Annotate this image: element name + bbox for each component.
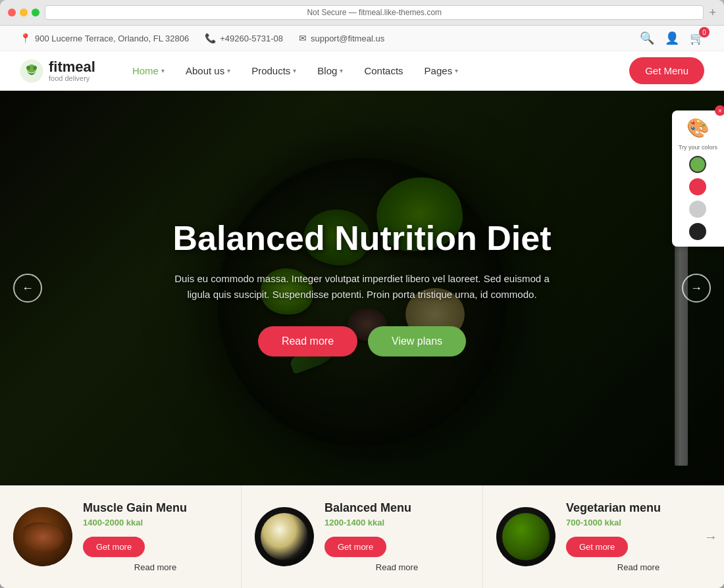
balanced-menu-image bbox=[255, 507, 314, 566]
top-bar-right: 🔍 👤 🛒 0 bbox=[640, 31, 704, 45]
balanced-menu-title: Balanced Menu bbox=[324, 501, 469, 515]
view-plans-button[interactable]: View plans bbox=[368, 326, 466, 356]
nav-links: Home ▾ About us ▾ Products ▾ Blog ▾ Cont… bbox=[122, 51, 629, 91]
nav-item-blog[interactable]: Blog ▾ bbox=[307, 51, 353, 91]
muscle-menu-image bbox=[13, 507, 72, 566]
new-tab-button[interactable]: + bbox=[709, 6, 716, 20]
nav-pages-label: Pages bbox=[425, 65, 453, 76]
nav-products-label: Products bbox=[251, 65, 290, 76]
muscle-menu-title: Muscle Gain Menu bbox=[83, 501, 228, 515]
svg-point-2 bbox=[26, 66, 30, 70]
traffic-lights bbox=[8, 9, 39, 16]
vegetarian-menu-image bbox=[496, 507, 556, 566]
nav-item-products[interactable]: Products ▾ bbox=[241, 51, 307, 91]
balanced-menu-calories: 1200-1400 kkal bbox=[324, 518, 469, 527]
hero-next-button[interactable]: → bbox=[682, 274, 711, 303]
search-icon[interactable]: 🔍 bbox=[640, 31, 654, 45]
balanced-read-more-link[interactable]: Read more bbox=[324, 562, 469, 572]
close-button[interactable] bbox=[8, 9, 16, 16]
nav-bar: fitmeal food delivery Home ▾ About us ▾ … bbox=[0, 51, 724, 91]
muscle-get-more-button[interactable]: Get more bbox=[83, 537, 145, 557]
nav-products-chevron: ▾ bbox=[293, 67, 296, 74]
email-icon: ✉ bbox=[299, 33, 307, 43]
nav-contacts-label: Contacts bbox=[364, 65, 403, 76]
address-text: 900 Lucerne Terrace, Orlando, FL 32806 bbox=[35, 34, 189, 43]
address-bar[interactable]: Not Secure — fitmeal.like-themes.com bbox=[45, 5, 704, 20]
muscle-menu-calories: 1400-2000 kkal bbox=[83, 518, 228, 527]
address-item: 📍 900 Lucerne Terrace, Orlando, FL 32806 bbox=[20, 33, 189, 43]
nav-item-home[interactable]: Home ▾ bbox=[122, 51, 175, 91]
menu-card-muscle: Muscle Gain Menu 1400-2000 kkal Get more… bbox=[0, 485, 242, 588]
phone-text: +49260-5731-08 bbox=[220, 34, 283, 43]
color-swatch-gray[interactable] bbox=[689, 201, 706, 218]
cart-icon[interactable]: 🛒 0 bbox=[690, 31, 704, 45]
read-more-button[interactable]: Read more bbox=[258, 326, 357, 356]
balanced-menu-info: Balanced Menu 1200-1400 kkal Get more Re… bbox=[324, 501, 469, 572]
vegetarian-menu-info: Vegetarian menu 700-1000 kkal Get more R… bbox=[566, 501, 711, 572]
nav-item-contacts[interactable]: Contacts bbox=[353, 51, 413, 91]
logo-name: fitmeal bbox=[49, 60, 95, 74]
vegetarian-menu-calories: 700-1000 kkal bbox=[566, 518, 711, 527]
email-text: support@fitmeal.us bbox=[311, 34, 384, 43]
color-wheel-icon: 🎨 bbox=[686, 117, 710, 139]
phone-item[interactable]: 📞 +49260-5731-08 bbox=[205, 33, 283, 43]
logo-icon bbox=[20, 59, 43, 83]
muscle-read-more-link[interactable]: Read more bbox=[83, 562, 228, 572]
nav-home-label: Home bbox=[132, 65, 159, 76]
hero-content: Balanced Nutrition Diet Duis eu commodo … bbox=[0, 91, 724, 485]
nav-item-pages[interactable]: Pages ▾ bbox=[414, 51, 469, 91]
location-icon: 📍 bbox=[20, 33, 31, 43]
minimize-button[interactable] bbox=[20, 9, 28, 16]
muscle-menu-info: Muscle Gain Menu 1400-2000 kkal Get more… bbox=[83, 501, 228, 572]
nav-about-label: About us bbox=[186, 65, 224, 76]
user-icon[interactable]: 👤 bbox=[665, 31, 679, 45]
color-picker-panel: × 🎨 Try your colors bbox=[672, 110, 724, 247]
menu-card-vegetarian: Vegetarian menu 700-1000 kkal Get more R… bbox=[483, 485, 724, 588]
color-swatch-black[interactable] bbox=[689, 223, 706, 240]
vegetarian-menu-title: Vegetarian menu bbox=[566, 501, 711, 515]
hero-section: ← → × 🎨 Try your colors Balanced Nutriti… bbox=[0, 91, 724, 485]
nav-pages-chevron: ▾ bbox=[455, 67, 458, 74]
browser-chrome: Not Secure — fitmeal.like-themes.com + bbox=[0, 0, 724, 26]
nav-blog-label: Blog bbox=[317, 65, 337, 76]
color-swatch-red[interactable] bbox=[689, 178, 706, 195]
menu-card-balanced: Balanced Menu 1200-1400 kkal Get more Re… bbox=[242, 485, 483, 588]
top-bar-left: 📍 900 Lucerne Terrace, Orlando, FL 32806… bbox=[20, 33, 384, 43]
logo-text: fitmeal food delivery bbox=[49, 60, 95, 82]
cart-badge: 0 bbox=[699, 27, 710, 37]
nav-about-chevron: ▾ bbox=[227, 67, 230, 74]
svg-point-3 bbox=[33, 66, 37, 70]
top-bar: 📍 900 Lucerne Terrace, Orlando, FL 32806… bbox=[0, 26, 724, 51]
hero-title: Balanced Nutrition Diet bbox=[173, 220, 552, 257]
browser-window: Not Secure — fitmeal.like-themes.com + 📍… bbox=[0, 0, 724, 588]
logo[interactable]: fitmeal food delivery bbox=[20, 59, 95, 83]
hero-description: Duis eu commodo massa. Integer volutpat … bbox=[165, 271, 559, 303]
hero-prev-button[interactable]: ← bbox=[13, 274, 42, 303]
logo-subtitle: food delivery bbox=[49, 74, 95, 82]
hero-buttons: Read more View plans bbox=[258, 326, 466, 356]
site-content: 📍 900 Lucerne Terrace, Orlando, FL 32806… bbox=[0, 26, 724, 588]
menu-cards-section: Muscle Gain Menu 1400-2000 kkal Get more… bbox=[0, 485, 724, 588]
nav-blog-chevron: ▾ bbox=[340, 67, 343, 74]
maximize-button[interactable] bbox=[32, 9, 39, 16]
cards-next-arrow[interactable]: → bbox=[704, 529, 717, 545]
vegetarian-get-more-button[interactable]: Get more bbox=[566, 537, 628, 557]
balanced-get-more-button[interactable]: Get more bbox=[324, 537, 386, 557]
nav-item-about[interactable]: About us ▾ bbox=[175, 51, 241, 91]
color-panel-close[interactable]: × bbox=[715, 105, 724, 116]
vegetarian-read-more-link[interactable]: Read more bbox=[566, 562, 711, 572]
get-menu-button[interactable]: Get Menu bbox=[629, 57, 704, 84]
email-item[interactable]: ✉ support@fitmeal.us bbox=[299, 33, 384, 43]
nav-home-chevron: ▾ bbox=[161, 67, 165, 74]
color-panel-label: Try your colors bbox=[679, 144, 717, 151]
color-swatch-green[interactable] bbox=[689, 156, 706, 173]
phone-icon: 📞 bbox=[205, 33, 216, 43]
